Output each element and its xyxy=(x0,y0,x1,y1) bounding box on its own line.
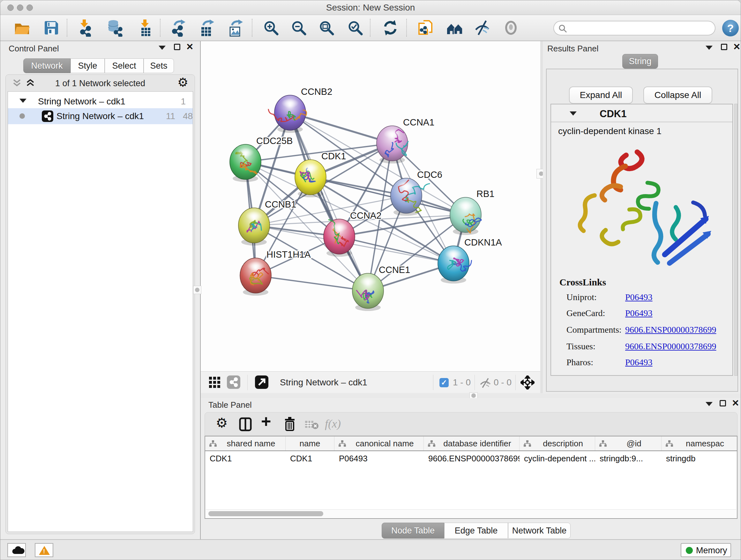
crosslink-genecard-link[interactable]: P06493 xyxy=(625,308,653,318)
export-image-icon[interactable] xyxy=(226,19,245,37)
memory-button[interactable]: Memory xyxy=(681,543,731,557)
network-list: String Network – cdk1 1 String Network –… xyxy=(8,91,193,532)
help-icon[interactable]: ? xyxy=(722,20,739,37)
selected-checkbox-icon[interactable]: ✓ xyxy=(440,378,449,387)
collection-expander-icon[interactable] xyxy=(19,99,26,103)
function-builder-icon[interactable]: f(x) xyxy=(325,417,341,430)
cloud-button[interactable] xyxy=(7,543,26,557)
network-row-selected[interactable]: String Network – cdk1 11 48 xyxy=(8,108,193,124)
crosslink-uniprot-link[interactable]: P06493 xyxy=(625,292,653,302)
hidden-eye-icon[interactable] xyxy=(479,377,492,388)
network-view-toolbar: String Network – cdk1 ✓ 1 - 0 0 - 0 xyxy=(201,371,540,393)
toolbar-separator xyxy=(475,375,475,390)
panel-maximize-icon[interactable] xyxy=(721,44,727,50)
tab-edge-table[interactable]: Edge Table xyxy=(444,523,508,539)
show-columns-icon[interactable] xyxy=(238,417,253,432)
gene-name: CDK1 xyxy=(600,108,626,120)
column-header[interactable]: namespac xyxy=(662,436,737,450)
add-column-icon[interactable]: + xyxy=(261,411,271,431)
table-row[interactable]: CDK1 CDK1 P06493 9606.ENSP00000378699 cy… xyxy=(205,451,737,465)
tab-node-table[interactable]: Node Table xyxy=(382,523,444,539)
column-type-icon xyxy=(665,440,673,447)
collapse-all-button[interactable]: Collapse All xyxy=(643,86,712,104)
save-session-icon[interactable] xyxy=(43,19,61,37)
delete-column-trash-icon[interactable] xyxy=(282,416,297,432)
tab-sets[interactable]: Sets xyxy=(144,58,174,73)
delete-table-icon[interactable] xyxy=(305,420,319,430)
table-horizontal-scrollbar[interactable] xyxy=(206,509,736,517)
pan-move-icon[interactable] xyxy=(521,375,535,389)
tab-select[interactable]: Select xyxy=(105,58,144,73)
vertical-splitter[interactable] xyxy=(540,41,543,394)
crosslinks-title: CrossLinks xyxy=(559,277,606,288)
table-tabs: Node TableEdge TableNetwork Table xyxy=(382,523,570,539)
status-bar: ! Memory xyxy=(0,539,741,560)
table-toolbar: ⚙ + f(x) xyxy=(205,412,738,436)
column-header[interactable]: name xyxy=(286,436,334,450)
hide-graphics-icon[interactable] xyxy=(473,19,492,37)
refresh-view-icon[interactable] xyxy=(381,19,400,37)
toolbar-separator xyxy=(515,375,516,390)
column-header[interactable]: shared name xyxy=(205,436,286,450)
left-splitter-handle[interactable] xyxy=(193,286,201,294)
network-graph[interactable]: CCNB2CCNA1CDC25BCDK1CDC6RB1CCNB1CCNA2CDK… xyxy=(201,41,540,371)
crosslink-compartments-link[interactable]: 9606.ENSP00000378699 xyxy=(625,325,716,335)
zoom-fit-icon[interactable] xyxy=(318,19,336,37)
expand-all-button[interactable]: Expand All xyxy=(569,86,633,104)
tab-string[interactable]: String xyxy=(622,54,658,69)
tab-network[interactable]: Network xyxy=(23,58,71,73)
network-view-title: String Network – cdk1 xyxy=(280,372,367,393)
node-table[interactable]: shared name name canonical name database… xyxy=(205,436,738,519)
column-header[interactable]: database identifier xyxy=(424,436,520,450)
panel-maximize-icon[interactable] xyxy=(174,44,180,50)
tab-network-table[interactable]: Network Table xyxy=(508,523,570,539)
import-network-from-file-icon[interactable] xyxy=(76,19,94,37)
warning-button[interactable]: ! xyxy=(35,543,53,557)
column-header[interactable]: description xyxy=(520,436,595,450)
results-panel-title: Results Panel xyxy=(547,44,598,54)
grid-view-icon[interactable] xyxy=(208,376,222,389)
results-scrollbar[interactable] xyxy=(734,104,738,376)
result-card-header[interactable]: CDK1 xyxy=(551,105,732,122)
column-type-icon xyxy=(428,440,435,447)
search-field xyxy=(553,21,716,36)
panel-maximize-icon[interactable] xyxy=(720,400,726,407)
panel-float-icon[interactable] xyxy=(158,46,165,50)
tab-style[interactable]: Style xyxy=(71,58,105,73)
column-header[interactable]: @id xyxy=(595,436,662,450)
network-birds-eye-icon[interactable] xyxy=(227,375,240,389)
toolbar-separator xyxy=(247,375,248,390)
svg-text:CCNB1: CCNB1 xyxy=(265,199,296,209)
network-node-count: 11 xyxy=(166,111,175,121)
import-network-from-database-icon[interactable] xyxy=(106,19,124,37)
table-options-gear-icon[interactable]: ⚙ xyxy=(216,415,228,431)
network-collection-row[interactable]: String Network – cdk1 1 xyxy=(8,95,193,108)
column-type-icon xyxy=(523,440,531,447)
card-expander-icon[interactable] xyxy=(569,111,577,116)
open-session-icon[interactable] xyxy=(13,19,31,37)
panel-float-icon[interactable] xyxy=(705,402,713,406)
panel-float-icon[interactable] xyxy=(705,46,713,50)
toolbar-separator xyxy=(160,19,160,37)
panel-close-icon[interactable]: ✕ xyxy=(733,44,740,50)
search-input[interactable] xyxy=(570,23,711,34)
network-view-canvas[interactable]: CCNB2CCNA1CDC25BCDK1CDC6RB1CCNB1CCNA2CDK… xyxy=(201,41,540,371)
network-options-gear-icon[interactable]: ⚙ xyxy=(178,75,188,89)
horizontal-splitter-handle[interactable] xyxy=(469,392,478,399)
duplicate-network-icon[interactable] xyxy=(416,19,435,37)
import-table-from-file-icon[interactable] xyxy=(136,19,155,37)
network-overview-icon[interactable] xyxy=(446,19,464,37)
zoom-in-icon[interactable] xyxy=(262,19,280,37)
zoom-selected-icon[interactable] xyxy=(346,19,365,37)
cloud-icon xyxy=(8,544,25,557)
show-graphics-details-icon[interactable] xyxy=(502,19,521,37)
open-in-window-icon[interactable] xyxy=(255,375,268,389)
export-network-icon[interactable] xyxy=(169,19,187,37)
panel-close-icon[interactable]: ✕ xyxy=(186,44,193,50)
column-header[interactable]: canonical name xyxy=(334,436,424,450)
export-table-icon[interactable] xyxy=(198,19,216,37)
crosslink-tissues-link[interactable]: 9606.ENSP00000378699 xyxy=(625,341,716,352)
crosslink-pharos-link[interactable]: P06493 xyxy=(625,357,653,368)
panel-close-icon[interactable]: ✕ xyxy=(732,400,739,407)
zoom-out-icon[interactable] xyxy=(290,19,308,37)
